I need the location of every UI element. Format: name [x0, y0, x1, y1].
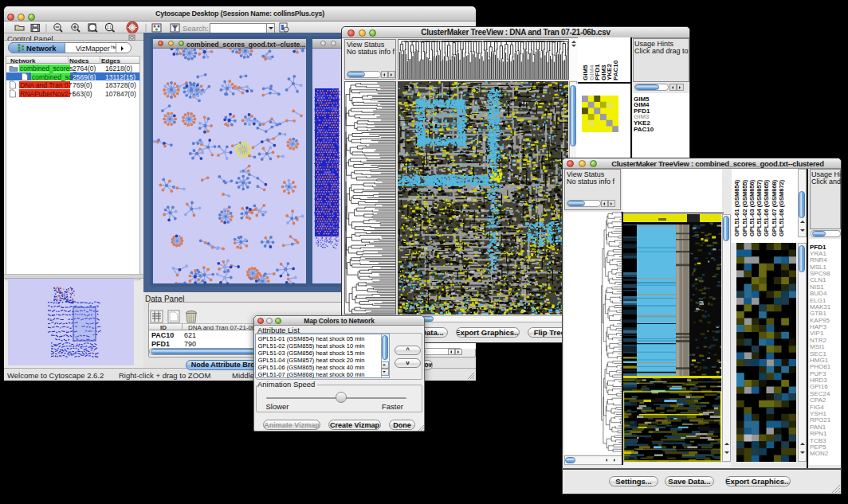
svg-text:1:1: 1:1 — [107, 25, 112, 29]
